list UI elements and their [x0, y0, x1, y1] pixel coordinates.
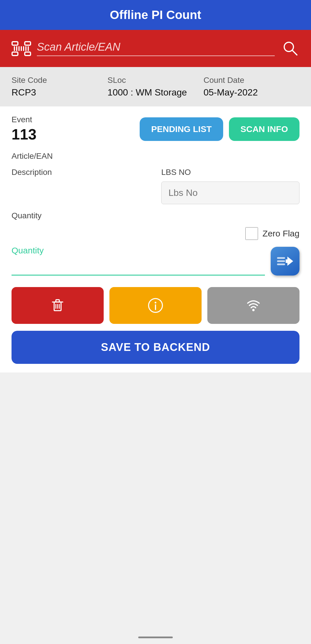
quantity-label: Quantity [12, 211, 299, 220]
quantity-input-row: Quantity [12, 246, 299, 276]
zero-flag-checkbox[interactable] [245, 227, 258, 240]
sloc-value: 1000 : WM Storage [107, 87, 203, 98]
zero-flag-label: Zero Flag [263, 229, 299, 238]
description-label: Description [12, 168, 150, 177]
info-circle-icon [147, 297, 164, 314]
quantity-input-wrapper: Quantity [12, 246, 265, 276]
lbs-no-label: LBS NO [161, 168, 299, 177]
svg-rect-1 [25, 42, 31, 45]
svg-point-25 [252, 309, 255, 311]
desc-lbs-row: Description LBS NO [12, 168, 299, 204]
quantity-field-label: Quantity [12, 246, 265, 255]
button-group: PENDING LIST SCAN INFO [140, 117, 299, 141]
search-button[interactable] [280, 39, 299, 58]
info-button[interactable] [109, 287, 202, 324]
svg-line-12 [292, 50, 297, 55]
lbs-no-input[interactable] [161, 181, 299, 204]
lbs-no-col: LBS NO [161, 168, 299, 204]
site-code-col: Site Code RCP3 [12, 76, 107, 98]
save-to-backend-button[interactable]: SAVE TO BACKEND [12, 331, 299, 364]
main-content: Event 113 PENDING LIST SCAN INFO Article… [0, 106, 311, 372]
article-ean-label: Article/EAN [12, 152, 299, 161]
info-card: Site Code RCP3 SLoc 1000 : WM Storage Co… [0, 67, 311, 106]
pending-list-button[interactable]: PENDING LIST [140, 117, 223, 141]
svg-rect-3 [25, 52, 31, 56]
svg-rect-15 [277, 263, 285, 265]
zero-flag-row: Zero Flag [12, 227, 299, 240]
home-indicator [138, 637, 173, 638]
app-header: Offline PI Count [0, 0, 311, 30]
quantity-input[interactable] [12, 257, 265, 276]
delete-button[interactable] [12, 287, 104, 324]
app-title: Offline PI Count [110, 8, 201, 22]
search-input[interactable] [37, 41, 275, 53]
svg-rect-13 [277, 257, 285, 259]
trash-icon [49, 297, 66, 314]
scan-barcode-icon [12, 41, 31, 56]
wifi-button[interactable] [207, 287, 299, 324]
quantity-label-row: Quantity [12, 211, 299, 220]
sloc-label: SLoc [107, 76, 203, 85]
forward-button[interactable] [271, 247, 299, 276]
event-section: Event 113 [12, 115, 37, 143]
search-input-wrapper[interactable] [37, 41, 275, 56]
count-date-col: Count Date 05-May-2022 [204, 76, 299, 98]
site-code-label: Site Code [12, 76, 107, 85]
event-row: Event 113 PENDING LIST SCAN INFO [12, 115, 299, 143]
event-value: 113 [12, 126, 37, 143]
article-ean-row: Article/EAN [12, 152, 299, 161]
svg-rect-18 [56, 300, 59, 302]
description-col: Description [12, 168, 150, 179]
rest-area [0, 372, 311, 631]
svg-rect-14 [277, 260, 285, 262]
search-bar [0, 30, 311, 67]
svg-rect-2 [12, 52, 18, 56]
svg-rect-0 [12, 42, 18, 45]
scan-info-button[interactable]: SCAN INFO [229, 117, 299, 141]
site-code-value: RCP3 [12, 87, 107, 98]
action-buttons-row [12, 287, 299, 324]
event-label: Event [12, 115, 37, 124]
count-date-label: Count Date [204, 76, 299, 85]
count-date-value: 05-May-2022 [204, 87, 299, 98]
svg-point-23 [155, 302, 156, 303]
wifi-icon [245, 297, 262, 314]
sloc-col: SLoc 1000 : WM Storage [107, 76, 203, 98]
